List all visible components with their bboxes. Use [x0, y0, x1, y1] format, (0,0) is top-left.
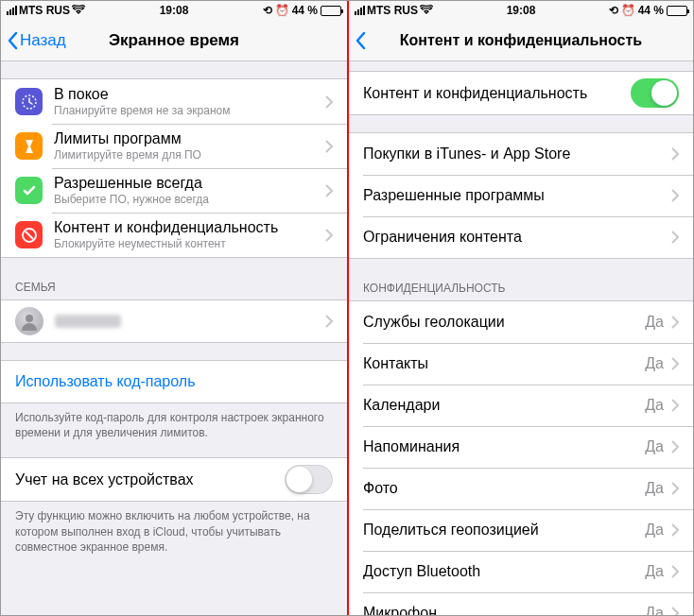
use-passcode-label: Использовать код-пароль — [15, 373, 333, 390]
carrier-label: MTS RUS — [19, 4, 70, 17]
row-value: Да — [645, 605, 664, 615]
chevron-right-icon — [325, 184, 333, 197]
wifi-icon — [72, 4, 85, 17]
chevron-right-icon — [671, 316, 679, 329]
share-label: Учет на всех устройствах — [15, 471, 285, 488]
row-title: Контакты — [363, 355, 645, 372]
row-title: Покупки в iTunes- и App Store — [363, 145, 671, 163]
row-title: Ограничения контента — [363, 229, 671, 246]
status-bar: MTS RUS 19:08 ⟲ ⏰ 44 % — [349, 1, 693, 20]
chevron-right-icon — [671, 147, 679, 161]
row-title: Службы геолокации — [363, 314, 645, 331]
row-title: Контент и конфиденциальность — [54, 219, 325, 236]
row-icon — [15, 177, 43, 204]
row-title: Лимиты программ — [54, 130, 325, 147]
family-member-name — [55, 315, 121, 328]
settings-row[interactable]: Разрешенные программы — [349, 175, 693, 216]
chevron-right-icon — [671, 523, 679, 537]
row-value: Да — [645, 355, 664, 372]
row-value: Да — [645, 522, 664, 539]
nav-bar: Назад Экранное время — [1, 20, 347, 61]
clock: 19:08 — [465, 4, 576, 17]
row-title: Напоминания — [363, 438, 645, 455]
chevron-right-icon — [325, 140, 333, 153]
row-value: Да — [645, 397, 664, 414]
privacy-row[interactable]: Микрофон Да — [349, 592, 693, 615]
chevron-right-icon — [671, 399, 679, 412]
back-label: Назад — [20, 31, 66, 50]
signal-icon — [7, 6, 17, 15]
chevron-left-icon — [7, 31, 18, 50]
chevron-right-icon — [671, 607, 679, 615]
row-title: В покое — [54, 86, 325, 103]
row-value: Да — [645, 480, 664, 497]
settings-row[interactable]: Ограничения контента — [349, 216, 693, 258]
content-privacy-toggle[interactable] — [631, 78, 679, 108]
back-button[interactable]: Назад — [1, 31, 66, 50]
chevron-right-icon — [671, 189, 679, 202]
content-privacy-pane: MTS RUS 19:08 ⟲ ⏰ 44 % Контент и конфиде… — [347, 1, 693, 615]
avatar-icon — [15, 307, 43, 335]
battery-icon — [321, 6, 341, 16]
clock: 19:08 — [118, 4, 230, 17]
family-member-row[interactable] — [1, 300, 347, 342]
chevron-right-icon — [325, 315, 333, 328]
privacy-row[interactable]: Службы геолокации Да — [349, 301, 693, 343]
row-value: Да — [645, 314, 664, 331]
settings-row[interactable]: Разрешенные всегда Выберите ПО, нужное в… — [1, 168, 347, 213]
orientation-lock-icon: ⟲ — [263, 4, 272, 17]
status-bar: MTS RUS 19:08 ⟲ ⏰ 44 % — [1, 1, 347, 20]
privacy-header: КОНФИДЕНЦИАЛЬНОСТЬ — [349, 276, 693, 300]
row-icon — [15, 221, 43, 248]
settings-row[interactable]: В покое Планируйте время не за экраном — [1, 79, 347, 124]
chevron-right-icon — [671, 482, 679, 495]
orientation-lock-icon: ⟲ — [609, 4, 618, 17]
share-across-devices-row[interactable]: Учет на всех устройствах — [1, 458, 347, 501]
content-privacy-toggle-row[interactable]: Контент и конфиденциальность — [349, 72, 693, 114]
battery-icon — [667, 6, 687, 16]
row-title: Доступ Bluetooth — [363, 563, 645, 580]
row-title: Разрешенные программы — [363, 187, 671, 204]
family-header: СЕМЬЯ — [1, 275, 347, 299]
carrier-label: MTS RUS — [367, 4, 418, 17]
row-subtitle: Планируйте время не за экраном — [54, 104, 325, 117]
privacy-row[interactable]: Поделиться геопозицией Да — [349, 509, 693, 551]
passcode-footer: Используйте код-пароль для контроля наст… — [1, 403, 347, 440]
svg-point-2 — [26, 315, 33, 322]
chevron-right-icon — [671, 565, 679, 578]
row-value: Да — [645, 438, 664, 455]
row-title: Поделиться геопозицией — [363, 522, 645, 539]
privacy-row[interactable]: Контакты Да — [349, 343, 693, 385]
battery-percent: 44 % — [292, 4, 318, 17]
alarm-icon: ⏰ — [621, 4, 635, 17]
chevron-right-icon — [671, 231, 679, 244]
share-footer: Эту функцию можно включить на любом устр… — [1, 502, 347, 555]
settings-row[interactable]: Контент и конфиденциальность Блокируйте … — [1, 213, 347, 257]
row-subtitle: Выберите ПО, нужное всегда — [54, 193, 325, 206]
row-value: Да — [645, 563, 664, 580]
back-button[interactable] — [349, 31, 368, 50]
page-title: Контент и конфиденциальность — [349, 32, 693, 49]
row-title: Календари — [363, 397, 645, 414]
chevron-right-icon — [325, 229, 333, 242]
battery-percent: 44 % — [638, 4, 664, 17]
nav-bar: Контент и конфиденциальность — [349, 20, 693, 61]
signal-icon — [355, 6, 365, 15]
alarm-icon: ⏰ — [275, 4, 289, 17]
privacy-row[interactable]: Фото Да — [349, 468, 693, 509]
privacy-row[interactable]: Календари Да — [349, 385, 693, 426]
chevron-right-icon — [671, 357, 679, 370]
row-subtitle: Блокируйте неуместный контент — [54, 237, 325, 250]
privacy-row[interactable]: Напоминания Да — [349, 426, 693, 468]
row-title: Фото — [363, 480, 645, 497]
wifi-icon — [420, 4, 433, 17]
use-passcode-row[interactable]: Использовать код-пароль — [1, 361, 347, 402]
settings-row[interactable]: Покупки в iTunes- и App Store — [349, 133, 693, 175]
row-title: Микрофон — [363, 605, 645, 615]
share-toggle[interactable] — [285, 465, 333, 494]
row-icon — [15, 88, 43, 115]
row-subtitle: Лимитируйте время для ПО — [54, 148, 325, 162]
privacy-row[interactable]: Доступ Bluetooth Да — [349, 551, 693, 592]
settings-row[interactable]: Лимиты программ Лимитируйте время для ПО — [1, 124, 347, 168]
screen-time-pane: MTS RUS 19:08 ⟲ ⏰ 44 % Назад Экранное вр… — [1, 1, 347, 615]
